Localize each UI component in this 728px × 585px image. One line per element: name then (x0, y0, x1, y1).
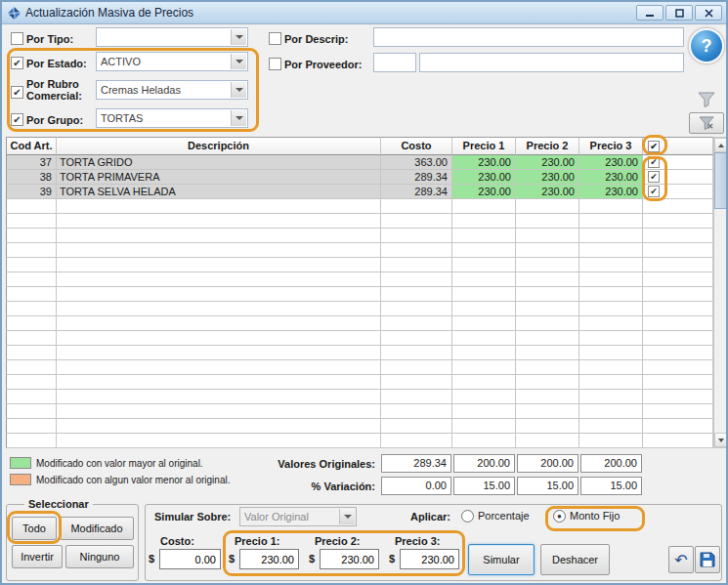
help-button[interactable]: ? (689, 28, 724, 63)
chevron-down-icon (339, 509, 355, 524)
scroll-down-button[interactable] (714, 433, 727, 447)
price-grid: Cod Art. Descripción Costo Precio 1 Prec… (6, 137, 728, 448)
cell-select: ✔ (643, 170, 713, 185)
ninguno-button[interactable]: Ninguno (65, 545, 134, 568)
invertir-button[interactable]: Invertir (12, 545, 63, 568)
empty-cell (452, 229, 516, 243)
empty-cell (579, 243, 643, 258)
cell-cod: 37 (6, 155, 57, 170)
filter-button[interactable] (692, 90, 721, 109)
empty-cell (516, 258, 579, 272)
table-row[interactable]: 37 TORTA GRIDO 363.00 230.00 230.00 230.… (6, 155, 713, 170)
col-header-descripcion[interactable]: Descripción (57, 137, 381, 155)
por-descrip-checkbox[interactable] (269, 32, 281, 45)
grid-empty-row[interactable] (6, 214, 713, 229)
empty-cell (6, 390, 57, 404)
row-select-checkbox[interactable]: ✔ (648, 171, 660, 183)
empty-cell (381, 229, 452, 243)
row-select-checkbox[interactable]: ✔ (648, 186, 660, 197)
table-row[interactable]: 38 TORTA PRIMAVERA 289.34 230.00 230.00 … (6, 170, 713, 185)
por-grupo-label: Por Grupo: (26, 114, 83, 126)
grid-empty-row[interactable] (6, 375, 713, 390)
funnel-clear-icon (699, 116, 714, 130)
maximize-button[interactable] (665, 5, 693, 21)
col-header-costo[interactable]: Costo (381, 137, 452, 155)
close-button[interactable] (695, 5, 722, 21)
save-button[interactable] (695, 546, 720, 573)
grid-empty-row[interactable] (6, 316, 713, 331)
precio3-field-label: Precio 3: (395, 535, 440, 547)
table-row[interactable]: 39 TORTA SELVA HELADA 289.34 230.00 230.… (6, 185, 713, 199)
porcentaje-radio[interactable] (461, 510, 474, 522)
modificado-button[interactable]: Modificado (60, 517, 134, 540)
grid-empty-row[interactable] (6, 346, 713, 360)
grid-empty-row[interactable] (6, 199, 713, 214)
select-all-checkbox[interactable]: ✔ (648, 141, 660, 152)
clear-filter-button[interactable] (689, 112, 724, 134)
grid-empty-row[interactable] (6, 258, 713, 272)
grid-empty-row[interactable] (6, 434, 713, 448)
precio2-input[interactable] (320, 549, 379, 569)
por-estado-label: Por Estado: (26, 58, 87, 69)
por-grupo-select[interactable]: TORTAS (96, 108, 248, 128)
empty-cell (57, 360, 381, 375)
empty-cell (452, 346, 516, 360)
cell-cod: 38 (6, 170, 57, 185)
todo-button[interactable]: Todo (12, 517, 57, 540)
monto-fijo-radio[interactable]: ● (553, 510, 566, 522)
grid-empty-row[interactable] (6, 419, 713, 434)
grid-empty-row[interactable] (6, 360, 713, 375)
monto-fijo-radio-label[interactable]: Monto Fijo (570, 510, 620, 522)
undo-button[interactable]: ↶ (668, 546, 694, 573)
empty-cell (516, 390, 579, 404)
scroll-up-button[interactable] (714, 138, 727, 152)
grid-empty-row[interactable] (6, 404, 713, 419)
por-grupo-checkbox[interactable]: ✔ (11, 113, 23, 126)
por-tipo-checkbox[interactable] (11, 32, 23, 45)
empty-cell (6, 258, 57, 272)
grid-empty-row[interactable] (6, 331, 713, 346)
row-select-checkbox[interactable]: ✔ (648, 156, 660, 168)
grid-empty-row[interactable] (6, 272, 713, 287)
grid-empty-row[interactable] (6, 287, 713, 302)
scroll-thumb[interactable] (714, 152, 727, 209)
variacion-precio3: 15.00 (580, 477, 642, 495)
empty-cell (643, 360, 713, 375)
col-header-precio2[interactable]: Precio 2 (516, 137, 579, 155)
grid-empty-row[interactable] (6, 243, 713, 258)
por-rubro-checkbox[interactable]: ✔ (11, 86, 23, 99)
por-estado-checkbox[interactable]: ✔ (11, 57, 23, 69)
por-estado-select[interactable]: ACTIVO (96, 52, 248, 71)
empty-cell (381, 302, 452, 316)
por-tipo-select[interactable] (96, 27, 248, 47)
por-proveedor-checkbox[interactable] (269, 58, 281, 70)
proveedor-code-input[interactable] (373, 53, 416, 72)
empty-cell (381, 214, 452, 229)
minimize-button[interactable] (636, 5, 664, 21)
cell-select: ✔ (643, 185, 713, 199)
grid-empty-row[interactable] (6, 302, 713, 316)
precio3-input[interactable] (400, 549, 459, 569)
porcentaje-radio-label[interactable]: Porcentaje (478, 510, 530, 522)
empty-cell (516, 419, 579, 434)
grid-empty-row[interactable] (6, 229, 713, 243)
proveedor-name-input[interactable] (419, 53, 684, 72)
grid-empty-row[interactable] (6, 390, 713, 404)
legend-green-swatch (10, 457, 31, 469)
simular-sobre-select[interactable]: Valor Original (239, 507, 357, 526)
col-header-precio1[interactable]: Precio 1 (452, 137, 516, 155)
costo-input[interactable] (159, 549, 221, 569)
precio1-input[interactable] (239, 549, 299, 569)
empty-cell (381, 258, 452, 272)
col-header-precio3[interactable]: Precio 3 (579, 137, 643, 155)
vertical-scrollbar[interactable] (713, 137, 728, 448)
deshacer-button[interactable]: Deshacer (540, 544, 610, 575)
por-rubro-select[interactable]: Cremas Heladas (96, 80, 248, 100)
mass-price-update-window: Actualización Masiva de Precios Por Tipo… (0, 0, 728, 585)
empty-cell (381, 404, 452, 419)
window-controls (636, 5, 722, 21)
descrip-input[interactable] (373, 27, 684, 47)
simular-button[interactable]: Simular (468, 544, 535, 575)
empty-cell (579, 287, 643, 302)
col-header-cod-art[interactable]: Cod Art. (6, 137, 57, 155)
